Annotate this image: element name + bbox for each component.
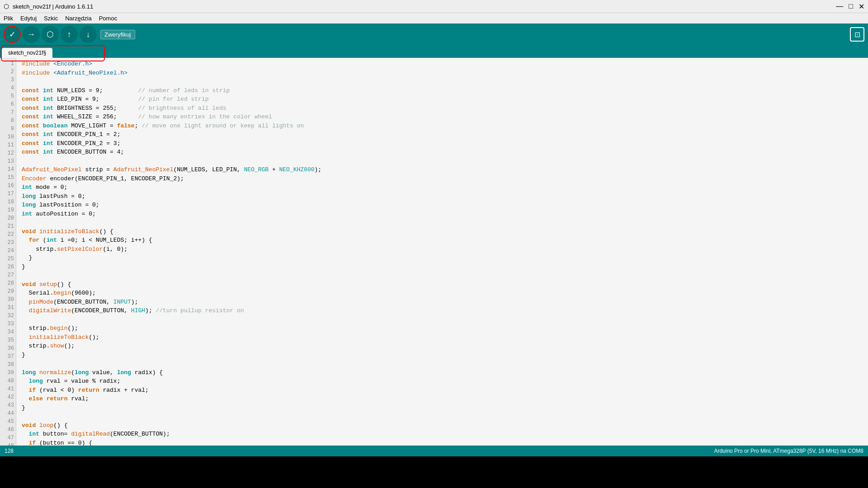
verify-button[interactable]: ✓ — [4, 26, 21, 43]
title-bar-controls[interactable]: — □ ✕ — [836, 2, 864, 11]
tab-label: sketch_nov21f§ — [8, 50, 46, 56]
line-numbers: 12345 678910 1112131415 1617181920 21222… — [0, 58, 16, 446]
tab-bar: sketch_nov21f§ — [0, 45, 868, 58]
title-text: sketch_nov21f | Arduino 1.6.11 — [13, 3, 93, 10]
title-bar-left: ⬡ sketch_nov21f | Arduino 1.6.11 — [4, 3, 93, 10]
menu-bar: Plik Edytuj Szkic Narzędzia Pomoc — [0, 13, 868, 23]
toolbar: ✓ → ⬡ ↑ ↓ Zweryfikuj ⊡ — [0, 23, 868, 45]
save-button[interactable]: ↓ — [80, 26, 97, 43]
verify-label: Zweryfikuj — [100, 30, 135, 39]
close-button[interactable]: ✕ — [859, 2, 864, 11]
menu-pomoc[interactable]: Pomoc — [99, 15, 117, 22]
editor-area[interactable]: 12345 678910 1112131415 1617181920 21222… — [0, 58, 868, 446]
tab-sketch[interactable]: sketch_nov21f§ — [2, 48, 52, 58]
new-button[interactable]: ⬡ — [42, 26, 59, 43]
code-editor[interactable]: #include <Encoder.h> #include <Adafruit_… — [16, 58, 868, 446]
minimize-button[interactable]: — — [836, 2, 843, 11]
serial-monitor-button[interactable]: ⊡ — [850, 27, 864, 42]
menu-edytuj[interactable]: Edytuj — [20, 15, 37, 22]
upload-button[interactable]: → — [23, 26, 40, 43]
line-number: 128 — [5, 448, 14, 454]
output-panel — [0, 456, 868, 488]
maximize-button[interactable]: □ — [849, 2, 853, 11]
board-info: Arduino Pro or Pro Mini, ATmega328P (5V,… — [714, 448, 863, 454]
menu-szkic[interactable]: Szkic — [44, 15, 58, 22]
app-icon: ⬡ — [4, 3, 9, 10]
title-bar: ⬡ sketch_nov21f | Arduino 1.6.11 — □ ✕ — [0, 0, 868, 13]
open-button[interactable]: ↑ — [61, 26, 78, 43]
status-bar: 128 Arduino Pro or Pro Mini, ATmega328P … — [0, 446, 868, 456]
menu-narzedzia[interactable]: Narzędzia — [65, 15, 92, 22]
menu-plik[interactable]: Plik — [4, 15, 13, 22]
